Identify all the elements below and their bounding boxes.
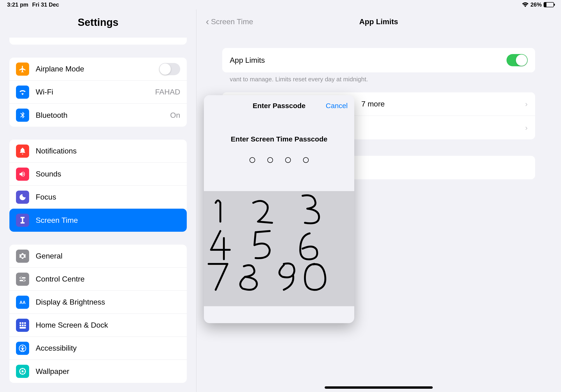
passcode-dot-1 [249, 157, 255, 163]
focus-icon [16, 191, 29, 204]
status-bar: 3:21 pm Fri 31 Dec 26% [0, 0, 561, 9]
detail-header: ‹ Screen Time App Limits [196, 9, 561, 34]
wifi-icon [522, 2, 529, 7]
svg-point-15 [22, 370, 24, 372]
screentime-icon [16, 214, 29, 227]
sidebar-group-general: General Control Centre AA Display & Brig… [9, 245, 187, 383]
app-limits-row-label: App Limits [230, 56, 265, 65]
sounds-label: Sounds [36, 170, 180, 178]
detail-pane: ‹ Screen Time App Limits App Limits vant… [196, 9, 561, 392]
sidebar-item-screen-time[interactable]: Screen Time [9, 209, 187, 232]
controlcentre-label: Control Centre [36, 275, 180, 283]
sidebar-item-notifications[interactable]: Notifications [9, 140, 187, 163]
popup-title: Enter Passcode [253, 102, 305, 110]
chevron-right-icon: › [525, 123, 528, 132]
homescreen-label: Home Screen & Dock [36, 321, 180, 329]
sidebar-item-display[interactable]: AA Display & Brightness [9, 291, 187, 314]
battery-percent: 26% [530, 1, 542, 8]
popup-body: Enter Screen Time Passcode [204, 116, 354, 172]
chevron-right-icon: › [525, 100, 528, 108]
sounds-icon [16, 168, 29, 181]
sidebar-item-bluetooth[interactable]: Bluetooth On [9, 104, 187, 127]
svg-point-3 [23, 279, 25, 282]
screentime-label: Screen Time [36, 216, 180, 225]
airplane-label: Airplane Mode [36, 65, 159, 73]
scribble-keypad[interactable] [204, 191, 354, 306]
bluetooth-icon [16, 109, 29, 122]
sidebar-title: Settings [0, 9, 196, 38]
svg-rect-10 [24, 325, 26, 326]
app-limits-group: App Limits [222, 48, 535, 72]
general-label: General [36, 252, 180, 260]
cancel-button[interactable]: Cancel [326, 102, 348, 110]
sidebar-item-focus[interactable]: Focus [9, 186, 187, 209]
popup-prompt: Enter Screen Time Passcode [213, 135, 345, 143]
sidebar-item-control-centre[interactable]: Control Centre [9, 268, 187, 291]
app-limits-footer: vant to manage. Limits reset every day a… [222, 72, 535, 92]
controlcentre-icon [16, 272, 29, 286]
svg-rect-5 [20, 322, 21, 324]
wallpaper-label: Wallpaper [36, 367, 180, 376]
chevron-left-icon: ‹ [206, 16, 209, 27]
status-time: 3:21 pm [7, 1, 28, 8]
display-label: Display & Brightness [36, 298, 180, 306]
app-limits-toggle[interactable] [507, 54, 528, 66]
svg-point-2 [20, 277, 22, 279]
passcode-popup: Enter Passcode Cancel Enter Screen Time … [204, 95, 354, 323]
notifications-label: Notifications [36, 147, 180, 155]
accessibility-icon [16, 342, 29, 355]
display-icon: AA [16, 296, 29, 309]
sidebar-item-sounds[interactable]: Sounds [9, 163, 187, 186]
status-right: 26% [522, 1, 554, 8]
homescreen-icon [16, 319, 29, 332]
airplane-icon [16, 63, 29, 76]
svg-rect-7 [24, 322, 26, 324]
sidebar-group-connectivity: Airplane Mode Wi-Fi FAHAD Bluetooth On [9, 58, 187, 127]
status-date: Fri 31 Dec [32, 1, 59, 8]
passcode-dot-4 [303, 157, 309, 163]
profile-group-partial[interactable] [9, 38, 187, 45]
settings-sidebar[interactable]: Settings Airplane Mode Wi-Fi FAHAD [0, 9, 196, 392]
notifications-icon [16, 144, 29, 158]
home-indicator[interactable] [325, 386, 433, 389]
svg-rect-9 [22, 325, 23, 326]
svg-rect-6 [22, 322, 23, 324]
passcode-dot-3 [285, 157, 291, 163]
sidebar-item-wifi[interactable]: Wi-Fi FAHAD [9, 81, 187, 104]
wifi-sidebar-icon [16, 86, 29, 99]
app-limits-toggle-row[interactable]: App Limits [222, 48, 535, 72]
focus-label: Focus [36, 193, 180, 201]
sidebar-item-wallpaper[interactable]: Wallpaper [9, 360, 187, 383]
bluetooth-value: On [170, 111, 180, 120]
passcode-dots [213, 157, 345, 163]
back-label: Screen Time [211, 17, 253, 26]
sidebar-group-attention: Notifications Sounds Focus Screen Time [9, 140, 187, 232]
wifi-label: Wi-Fi [36, 88, 155, 96]
detail-title: App Limits [359, 17, 398, 26]
passcode-dot-2 [267, 157, 273, 163]
svg-rect-8 [20, 325, 21, 326]
airplane-toggle[interactable] [159, 63, 180, 75]
handwritten-digits-icon [204, 191, 354, 306]
sidebar-item-airplane-mode[interactable]: Airplane Mode [9, 58, 187, 81]
sidebar-item-homescreen[interactable]: Home Screen & Dock [9, 314, 187, 337]
sidebar-item-general[interactable]: General [9, 245, 187, 268]
wifi-value: FAHAD [155, 88, 180, 96]
status-left: 3:21 pm Fri 31 Dec [7, 1, 59, 8]
svg-point-13 [22, 346, 23, 347]
general-icon [16, 250, 29, 263]
sidebar-item-accessibility[interactable]: Accessibility [9, 337, 187, 360]
svg-text:AA: AA [20, 300, 26, 305]
back-button[interactable]: ‹ Screen Time [206, 16, 253, 27]
limit-partial-label: 7 more [361, 100, 385, 108]
svg-rect-11 [20, 327, 26, 328]
popup-header: Enter Passcode Cancel [204, 95, 354, 116]
wallpaper-icon [16, 365, 29, 378]
battery-icon [544, 2, 554, 7]
accessibility-label: Accessibility [36, 344, 180, 352]
bluetooth-label: Bluetooth [36, 111, 170, 120]
